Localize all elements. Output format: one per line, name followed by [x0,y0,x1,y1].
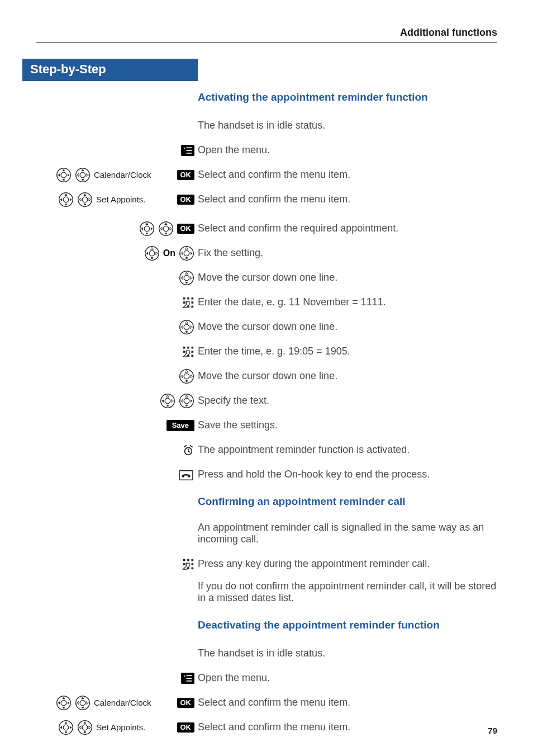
menu-set-appoints-1: Set Appoints. [96,195,145,205]
text-idle-1: The handset is in idle status. [198,120,497,132]
ok-badge: OK [177,224,195,234]
save-badge: Save [166,420,194,431]
menu-icon [181,673,194,684]
nav-down-icon [179,270,194,286]
text-enter-time: Enter the time, e. g. 19:05 = 1905. [198,346,497,358]
nav-down-icon [58,192,74,207]
page-number: 79 [488,726,497,736]
keypad-icon [182,558,194,570]
text-specify-text: Specify the text. [198,395,497,407]
menu-icon [181,145,194,156]
on-label: On [163,248,175,258]
heading-confirming: Confirming an appointment reminder call [198,495,497,508]
ok-badge: OK [177,698,195,708]
text-select-confirm-3: Select and confirm the menu item. [198,697,497,709]
text-end-process: Press and hold the On-hook key to end th… [198,469,497,481]
text-enter-date: Enter the date, e. g. 11 November = 1111… [198,296,497,309]
nav-up-icon [77,192,93,207]
nav-up-icon [158,221,174,237]
nav-left-icon [144,245,160,261]
nav-down-icon [56,695,72,711]
menu-set-appoints-2: Set Appoints. [96,722,145,733]
text-select-confirm-2: Select and confirm the menu item. [198,193,497,206]
text-signalled: An appointment reminder call is signalle… [198,522,497,546]
ok-badge: OK [177,722,195,733]
text-save-settings: Save the settings. [198,419,497,432]
text-select-confirm-1: Select and confirm the menu item. [198,169,497,181]
nav-right-icon [179,393,194,409]
ok-badge: OK [177,170,195,180]
nav-right-icon [179,245,194,261]
nav-down-icon [56,167,72,183]
alarm-icon [182,444,194,456]
text-select-confirm-4: Select and confirm the menu item. [198,721,497,734]
text-cursor-down-3: Move the cursor down one line. [198,370,497,382]
text-idle-2: The handset is in idle status. [198,648,497,660]
menu-calendar-clock-1: Calendar/Clock [94,170,151,180]
menu-calendar-clock-2: Calendar/Clock [94,698,151,708]
text-select-appointment: Select and confirm the required appointm… [198,223,497,235]
text-missed-dates: If you do not confirm the appointment re… [198,580,497,604]
text-open-menu-1: Open the menu. [198,144,497,157]
nav-up-icon [75,695,91,711]
ok-badge: OK [177,195,195,205]
nav-down-icon [179,319,194,335]
nav-down-icon [58,720,74,735]
nav-left-icon [160,393,175,409]
page-header: Additional functions [36,27,497,43]
text-cursor-down-1: Move the cursor down one line. [198,272,497,284]
onhook-key-icon [178,469,194,481]
heading-deactivating: Deactivating the appointment reminder fu… [198,619,497,632]
heading-activating: Activating the appointment reminder func… [198,91,497,104]
nav-down-icon [179,368,194,384]
nav-up-icon [77,720,93,735]
text-fix-setting: Fix the setting. [198,247,497,259]
step-banner: Step-by-Step [22,59,198,81]
nav-up-icon [75,167,91,183]
keypad-icon [182,346,194,358]
keypad-icon [182,296,194,309]
nav-down-icon [139,221,155,237]
text-cursor-down-2: Move the cursor down one line. [198,321,497,333]
text-press-any-key: Press any key during the appointment rem… [198,558,497,570]
text-activated: The appointment reminder function is act… [198,444,497,456]
text-open-menu-2: Open the menu. [198,672,497,684]
